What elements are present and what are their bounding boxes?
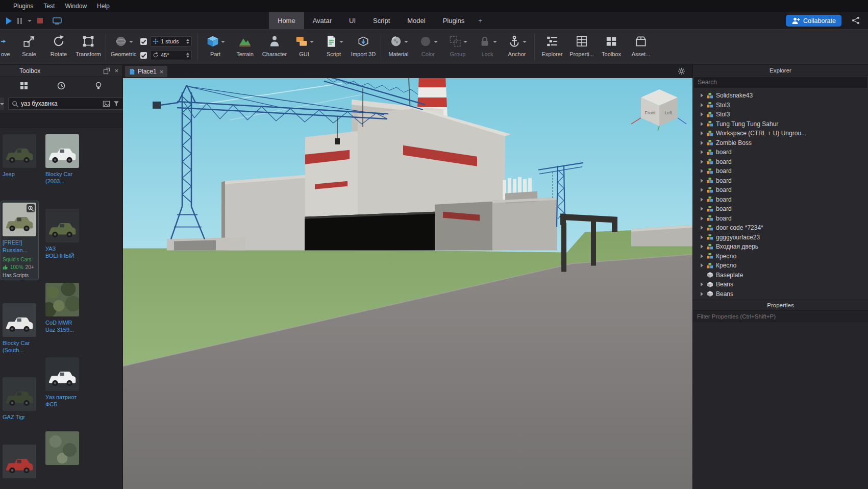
- tab-model[interactable]: Model: [399, 12, 434, 29]
- explorer-search-input[interactable]: [698, 79, 863, 86]
- tab-home[interactable]: Home: [269, 12, 304, 29]
- gui-button[interactable]: GUI: [289, 31, 319, 57]
- image-search-icon[interactable]: [103, 100, 110, 108]
- tree-item[interactable]: board: [693, 185, 868, 195]
- close-icon[interactable]: ×: [114, 67, 118, 74]
- expand-arrow-icon[interactable]: [701, 93, 703, 97]
- expand-arrow-icon[interactable]: [701, 131, 703, 135]
- marketplace-tab-icon[interactable]: [20, 82, 28, 90]
- move-tool-button[interactable]: ove: [1, 31, 14, 57]
- group-button[interactable]: Group: [443, 31, 473, 57]
- zoom-preview-icon[interactable]: [27, 204, 35, 212]
- tab-script[interactable]: Script: [364, 12, 399, 29]
- tree-item[interactable]: Beans: [693, 289, 868, 299]
- expand-arrow-icon[interactable]: [701, 141, 703, 145]
- expand-arrow-icon[interactable]: [701, 216, 703, 221]
- lock-button[interactable]: Lock: [473, 31, 502, 57]
- expand-arrow-icon[interactable]: [701, 282, 703, 286]
- menu-window[interactable]: Window: [60, 1, 92, 12]
- asset-item[interactable]: Уаз патриот ФСБ: [45, 357, 79, 408]
- play-mode-caret-icon[interactable]: [28, 20, 32, 22]
- 3d-scene[interactable]: Front Left: [123, 78, 692, 489]
- category-dropdown-button[interactable]: [0, 97, 4, 110]
- expand-arrow-icon[interactable]: [701, 226, 703, 230]
- tree-item[interactable]: Входная дверь: [693, 242, 868, 252]
- menu-plugins[interactable]: Plugins: [8, 1, 38, 12]
- tab-avatar[interactable]: Avatar: [304, 12, 340, 29]
- color-button[interactable]: Color: [413, 31, 443, 57]
- insert-part-button[interactable]: Part: [201, 31, 230, 57]
- tree-item[interactable]: board: [693, 195, 868, 205]
- expand-arrow-icon[interactable]: [701, 254, 703, 258]
- tree-item[interactable]: board: [693, 157, 868, 167]
- geometric-mode-button[interactable]: Geometric: [109, 31, 138, 57]
- expand-arrow-icon[interactable]: [701, 160, 703, 164]
- asset-item-selected[interactable]: [FREE!] Russian... Squid's Cars 100% 20+…: [1, 201, 38, 280]
- toolbox-search-input[interactable]: [21, 100, 100, 107]
- snap-rotate-stepper[interactable]: [186, 53, 189, 58]
- creations-tab-icon[interactable]: [94, 82, 103, 90]
- snap-rotate-checkbox[interactable]: [140, 52, 147, 59]
- expand-arrow-icon[interactable]: [701, 122, 703, 126]
- asset-item[interactable]: Blocky Car (South...: [3, 303, 36, 354]
- tree-item[interactable]: Baseplate: [693, 271, 868, 280]
- import-3d-button[interactable]: Import 3D: [349, 31, 378, 57]
- tab-ui[interactable]: UI: [340, 12, 364, 29]
- tree-item[interactable]: Tung Tung Tung Sahur: [693, 119, 868, 129]
- place-tab[interactable]: Place1 ×: [125, 66, 167, 77]
- asset-item[interactable]: Jeep: [3, 134, 36, 178]
- tree-item[interactable]: board: [693, 166, 868, 176]
- explorer-panel-button[interactable]: Explorer: [537, 31, 567, 57]
- scale-tool-button[interactable]: Scale: [14, 31, 44, 57]
- asset-creator[interactable]: Squid's Cars: [3, 257, 37, 262]
- tree-item[interactable]: board: [693, 148, 868, 157]
- tree-item[interactable]: Кресло: [693, 252, 868, 261]
- pause-icon[interactable]: [17, 18, 22, 24]
- menu-test[interactable]: Test: [38, 1, 60, 12]
- tree-item[interactable]: door code *7234*: [693, 223, 868, 233]
- menu-help[interactable]: Help: [92, 1, 115, 12]
- asset-item[interactable]: GAZ Tigr: [3, 377, 36, 421]
- expand-arrow-icon[interactable]: [701, 198, 703, 202]
- toolbox-panel-button[interactable]: Toolbox: [597, 31, 626, 57]
- share-icon[interactable]: [852, 16, 860, 25]
- terrain-button[interactable]: Terrain: [230, 31, 260, 57]
- asset-item-partial[interactable]: [45, 431, 79, 465]
- tab-plugins[interactable]: Plugins: [434, 12, 474, 29]
- transform-tool-button[interactable]: Transform: [73, 31, 103, 57]
- snap-move-field[interactable]: 1 studs: [150, 36, 192, 46]
- snap-rotate-field[interactable]: 45°: [150, 50, 192, 60]
- expand-arrow-icon[interactable]: [701, 179, 703, 183]
- asset-item[interactable]: Blocky Car (2003...: [45, 134, 79, 185]
- asset-item-partial[interactable]: [3, 445, 36, 478]
- expand-arrow-icon[interactable]: [701, 292, 703, 296]
- play-icon[interactable]: [6, 17, 12, 25]
- device-emulation-icon[interactable]: [53, 17, 62, 25]
- tree-item[interactable]: Workspace (CTRL + U) Ungrou...: [693, 129, 868, 138]
- insert-script-button[interactable]: Script: [319, 31, 349, 57]
- undock-panel-icon[interactable]: [103, 67, 110, 75]
- asset-item[interactable]: CoD MWR Uaz 3159...: [45, 283, 79, 334]
- filter-icon[interactable]: [113, 100, 120, 107]
- recent-tab-icon[interactable]: [57, 82, 65, 90]
- rotate-tool-button[interactable]: Rotate: [44, 31, 73, 57]
- tree-item[interactable]: Solidsnake43: [693, 91, 868, 101]
- expand-arrow-icon[interactable]: [701, 112, 703, 116]
- tree-item[interactable]: Zombie Boss: [693, 138, 868, 148]
- expand-arrow-icon[interactable]: [701, 244, 703, 249]
- expand-arrow-icon[interactable]: [701, 103, 703, 107]
- asset-item[interactable]: УАЗ ВОЕННЫЙ: [45, 209, 79, 260]
- stop-icon[interactable]: [37, 18, 43, 23]
- expand-arrow-icon[interactable]: [701, 150, 703, 154]
- expand-arrow-icon[interactable]: [701, 207, 703, 211]
- tab-add[interactable]: +: [473, 12, 487, 29]
- close-icon[interactable]: ×: [160, 68, 164, 75]
- properties-filter-input[interactable]: [697, 313, 864, 320]
- gear-icon[interactable]: [678, 67, 685, 75]
- expand-arrow-icon[interactable]: [701, 235, 703, 239]
- tree-item[interactable]: board: [693, 214, 868, 224]
- material-button[interactable]: Material: [384, 31, 413, 57]
- tree-item[interactable]: ggggyourface23: [693, 233, 868, 242]
- collaborate-button[interactable]: Collaborate: [786, 15, 841, 27]
- expand-arrow-icon[interactable]: [701, 263, 703, 267]
